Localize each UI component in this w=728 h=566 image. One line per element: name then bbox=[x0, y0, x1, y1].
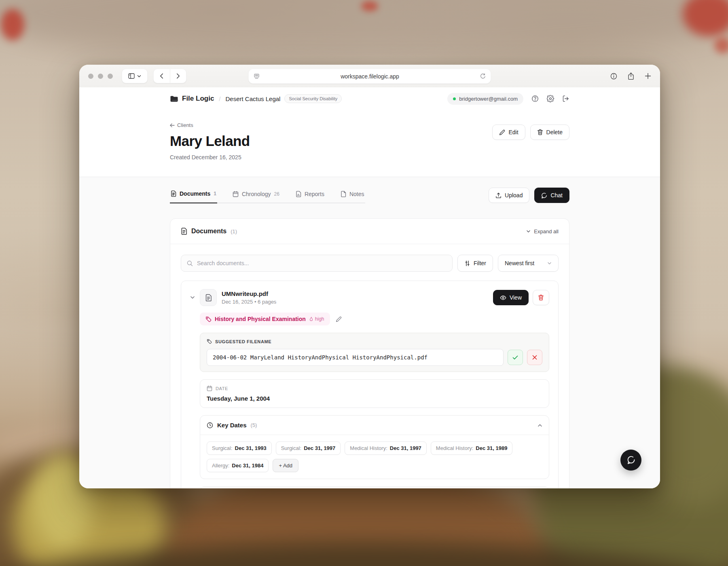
chat-button-label: Chat bbox=[550, 192, 563, 199]
chat-fab-button[interactable] bbox=[620, 450, 641, 471]
key-date-chip[interactable]: Medical History: Dec 31, 1989 bbox=[431, 441, 513, 455]
breadcrumb-separator: / bbox=[219, 95, 220, 102]
key-date-label: Surgical: bbox=[281, 445, 302, 451]
arrow-left-icon bbox=[170, 123, 175, 127]
url-text: workspace.filelogic.app bbox=[260, 73, 480, 80]
document-card: UMNwriteup.pdf Dec 16, 2025 • 6 pages Vi… bbox=[181, 281, 559, 488]
user-email-pill[interactable]: bridgertower@gmail.com bbox=[447, 93, 523, 105]
app-header: File Logic / Desert Cactus Legal Social … bbox=[79, 87, 660, 110]
reload-button[interactable] bbox=[480, 73, 486, 79]
brand-name: File Logic bbox=[182, 95, 214, 103]
tab-label: Documents bbox=[180, 190, 210, 197]
trash-icon bbox=[538, 294, 544, 301]
check-icon bbox=[512, 355, 518, 360]
file-icon bbox=[200, 289, 217, 306]
key-date-chip[interactable]: Medical History: Dec 31, 1997 bbox=[345, 441, 427, 455]
document-meta: Dec 16, 2025 • 6 pages bbox=[222, 299, 276, 305]
expand-all-label: Expand all bbox=[534, 228, 559, 234]
filter-button-label: Filter bbox=[474, 260, 486, 266]
sidebar-toggle-button[interactable] bbox=[122, 69, 148, 83]
back-button[interactable] bbox=[154, 69, 170, 83]
tab-documents[interactable]: Documents 1 bbox=[170, 190, 217, 203]
edit-tag-pencil-icon[interactable] bbox=[336, 316, 342, 322]
key-dates-count: (5) bbox=[251, 422, 257, 428]
note-icon bbox=[341, 191, 346, 197]
calendar-icon bbox=[207, 385, 212, 391]
tab-reports[interactable]: Reports bbox=[295, 190, 325, 203]
add-key-date-button[interactable]: + Add bbox=[273, 459, 298, 472]
edit-client-button[interactable]: Edit bbox=[492, 125, 525, 140]
edit-button-label: Edit bbox=[508, 129, 518, 135]
key-date-chip[interactable]: Surgical: Dec 31, 1993 bbox=[207, 441, 272, 455]
chat-bubble-icon bbox=[626, 455, 636, 465]
new-tab-icon[interactable] bbox=[645, 73, 651, 79]
sliders-icon bbox=[464, 260, 470, 266]
online-status-dot bbox=[453, 97, 456, 100]
key-date-value: Dec 31, 1989 bbox=[476, 445, 507, 451]
chat-bubble-icon bbox=[541, 192, 547, 199]
tab-bar: Documents 1 Chronology 26 bbox=[170, 190, 365, 203]
key-date-label: Allergy: bbox=[212, 463, 229, 469]
filter-button[interactable]: Filter bbox=[457, 255, 493, 272]
reader-view-icon[interactable] bbox=[254, 74, 260, 79]
key-date-chip[interactable]: Allergy: Dec 31, 1984 bbox=[207, 459, 269, 472]
collapse-document-chevron-icon[interactable] bbox=[190, 296, 195, 299]
search-row: Filter Newest first bbox=[181, 255, 559, 272]
logout-icon[interactable] bbox=[562, 95, 569, 102]
pencil-icon bbox=[499, 129, 505, 135]
view-button-label: View bbox=[510, 294, 522, 301]
forward-button[interactable] bbox=[170, 69, 186, 83]
workspace-badge: Social Security Disability bbox=[284, 94, 342, 103]
tab-chronology[interactable]: Chronology 26 bbox=[232, 190, 280, 203]
info-icon[interactable] bbox=[610, 73, 617, 80]
sort-dropdown[interactable]: Newest first bbox=[498, 255, 559, 272]
search-input[interactable] bbox=[197, 260, 447, 266]
tab-count: 26 bbox=[274, 191, 279, 197]
key-date-value: Dec 31, 1984 bbox=[232, 463, 263, 469]
chat-button[interactable]: Chat bbox=[534, 188, 569, 203]
workspace-name[interactable]: Desert Cactus Legal bbox=[226, 95, 281, 102]
chevron-left-icon bbox=[160, 73, 163, 79]
delete-document-button[interactable] bbox=[533, 290, 549, 305]
chevron-down-icon bbox=[526, 230, 531, 233]
upload-button-label: Upload bbox=[505, 192, 523, 199]
main-content: Documents 1 Chronology 26 bbox=[79, 177, 660, 488]
tab-notes[interactable]: Notes bbox=[340, 190, 365, 203]
help-icon[interactable] bbox=[531, 95, 539, 102]
delete-button-label: Delete bbox=[546, 129, 563, 135]
back-to-clients-link[interactable]: Clients bbox=[170, 122, 193, 128]
reject-filename-button[interactable] bbox=[527, 350, 542, 365]
tag-label: History and Physical Examination bbox=[215, 316, 306, 322]
chevron-down-icon bbox=[547, 262, 552, 265]
expand-all-button[interactable]: Expand all bbox=[526, 228, 559, 234]
chevron-down-icon bbox=[137, 75, 141, 78]
document-filename[interactable]: UMNwriteup.pdf bbox=[222, 290, 276, 297]
address-bar[interactable]: workspace.filelogic.app bbox=[248, 69, 491, 84]
collapse-key-dates-chevron-icon[interactable] bbox=[538, 424, 542, 427]
panel-title: Documents bbox=[191, 228, 226, 235]
search-box bbox=[181, 255, 453, 272]
tabs-row: Documents 1 Chronology 26 bbox=[170, 177, 569, 206]
brand[interactable]: File Logic bbox=[170, 95, 214, 103]
accept-filename-button[interactable] bbox=[508, 350, 523, 365]
tag-icon bbox=[207, 339, 212, 344]
document-type-tag[interactable]: History and Physical Examination high bbox=[200, 313, 330, 325]
settings-gear-icon[interactable] bbox=[547, 95, 554, 102]
key-dates-title: Key Dates bbox=[217, 422, 247, 429]
delete-client-button[interactable]: Delete bbox=[530, 125, 569, 140]
zoom-window-button[interactable] bbox=[108, 74, 113, 79]
suggested-filename-input[interactable] bbox=[207, 349, 504, 366]
tag-icon bbox=[205, 316, 212, 322]
key-date-chip[interactable]: Surgical: Dec 31, 1997 bbox=[276, 441, 341, 455]
upload-button[interactable]: Upload bbox=[489, 188, 529, 203]
view-document-button[interactable]: View bbox=[493, 290, 529, 305]
share-icon[interactable] bbox=[628, 72, 634, 80]
minimize-window-button[interactable] bbox=[98, 74, 103, 79]
sort-selected-value: Newest first bbox=[505, 260, 534, 266]
close-window-button[interactable] bbox=[88, 74, 93, 79]
priority-label: high bbox=[315, 316, 324, 322]
suggested-filename-label: SUGGESTED FILENAME bbox=[215, 339, 271, 344]
client-created-date: Created December 16, 2025 bbox=[170, 154, 250, 161]
key-date-value: Dec 31, 1997 bbox=[390, 445, 421, 451]
background-red-mark bbox=[361, 1, 378, 11]
